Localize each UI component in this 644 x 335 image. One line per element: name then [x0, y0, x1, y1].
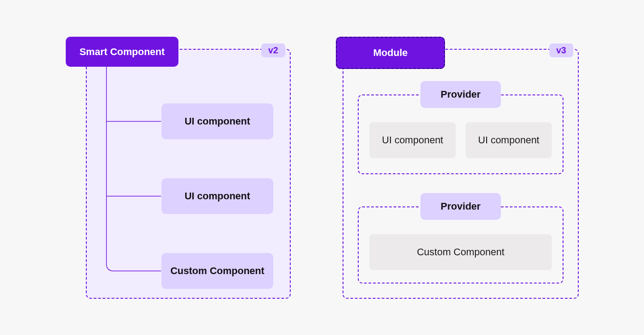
custom-component-box-left: Custom Component	[161, 253, 273, 289]
provider-group-2: Provider Custom Component	[358, 206, 564, 283]
smart-component-box: Smart Component	[66, 37, 178, 67]
module-box: Module	[336, 37, 445, 69]
provider-label-2: Provider	[420, 193, 501, 220]
ui-component-box-2: UI component	[161, 178, 273, 214]
tree-connectors	[106, 67, 196, 277]
v3-version-badge: v3	[549, 43, 573, 57]
diagram-canvas: v2 Smart Component UI component UI compo…	[0, 0, 644, 335]
v3-container: v3 Provider UI component UI component Pr…	[343, 49, 579, 299]
provider-label-1: Provider	[420, 81, 501, 108]
ui-component-box-r2: UI component	[466, 122, 552, 158]
custom-component-box-right: Custom Component	[369, 234, 552, 270]
provider-group-1: Provider UI component UI component	[358, 94, 564, 174]
ui-component-box-r1: UI component	[369, 122, 456, 158]
ui-component-box-1: UI component	[161, 103, 273, 139]
v2-version-badge: v2	[261, 43, 285, 57]
